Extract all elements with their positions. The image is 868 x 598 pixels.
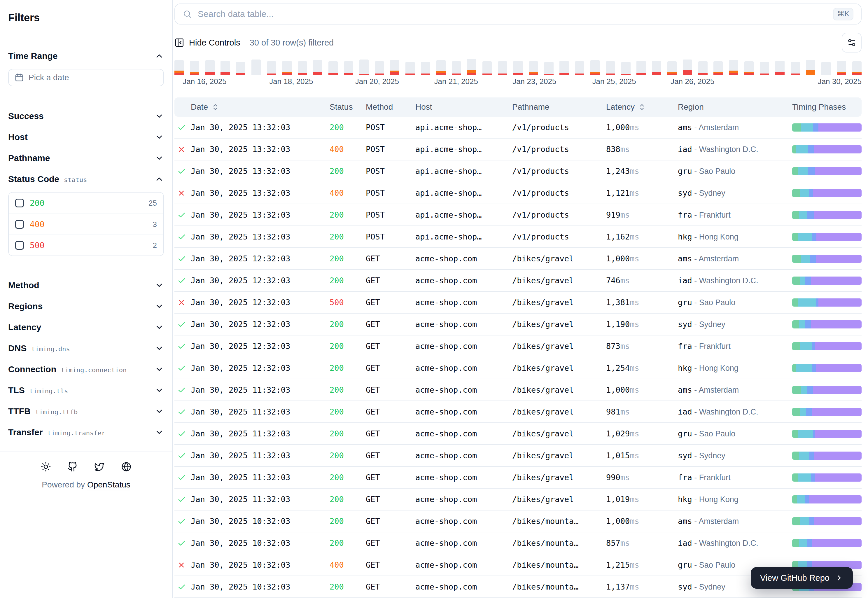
timeline-bar[interactable] (806, 60, 815, 75)
timeline-bar[interactable] (421, 62, 430, 75)
table-row[interactable]: Jan 30, 2025 11:32:03200GETacme-shop.com… (175, 467, 862, 489)
view-options-button[interactable] (842, 33, 862, 52)
table-row[interactable]: Jan 30, 2025 13:32:03200POSTapi.acme-sho… (175, 226, 862, 248)
timeline-bar[interactable] (452, 61, 461, 75)
checkbox[interactable] (15, 241, 24, 250)
timing-phases-bar[interactable] (792, 167, 862, 175)
timeline-bar[interactable] (760, 62, 769, 75)
view-github-repo-button[interactable]: View GitHub Repo (751, 567, 853, 589)
table-row[interactable]: Jan 30, 2025 13:32:03200POSTapi.acme-sho… (175, 204, 862, 226)
timeline-bar[interactable] (544, 62, 554, 75)
timeline-bar[interactable] (513, 61, 523, 75)
timing-phases-bar[interactable] (792, 255, 862, 263)
status-filter-row-200[interactable]: 20025 (9, 193, 163, 214)
timeline-bar[interactable] (251, 60, 261, 75)
status-filter-row-500[interactable]: 5002 (9, 235, 163, 256)
timeline-bar[interactable] (190, 61, 199, 75)
sidebar-section-latency[interactable]: Latency (8, 321, 164, 333)
timeline-bar[interactable] (390, 60, 399, 75)
table-row[interactable]: Jan 30, 2025 13:32:03400POSTapi.acme-sho… (175, 182, 862, 204)
timing-phases-bar[interactable] (792, 539, 862, 547)
column-header-date[interactable]: Date (191, 102, 330, 112)
timeline-bar[interactable] (236, 62, 245, 75)
timeline-bar[interactable] (559, 61, 569, 75)
sidebar-section-pathname[interactable]: Pathname (8, 152, 164, 164)
sidebar-section-status-code[interactable]: Status Code status (8, 173, 164, 185)
timeline-bar[interactable] (606, 61, 615, 75)
timing-phases-bar[interactable] (792, 386, 862, 394)
timing-phases-bar[interactable] (792, 364, 862, 372)
table-row[interactable]: Jan 30, 2025 11:32:03200GETacme-shop.com… (175, 423, 862, 445)
timeline-bar[interactable] (298, 61, 307, 75)
timing-phases-bar[interactable] (792, 451, 862, 460)
timing-phases-bar[interactable] (792, 189, 862, 197)
table-row[interactable]: Jan 30, 2025 13:32:03200POSTapi.acme-sho… (175, 160, 862, 182)
hide-controls-button[interactable]: Hide Controls (175, 37, 241, 48)
timing-phases-bar[interactable] (792, 495, 862, 504)
globe-icon[interactable] (121, 462, 131, 472)
status-filter-row-400[interactable]: 4003 (9, 214, 163, 235)
table-row[interactable]: Jan 30, 2025 10:32:03200GETacme-shop.com… (175, 510, 862, 532)
timing-phases-bar[interactable] (792, 474, 862, 481)
timing-phases-bar[interactable] (792, 145, 862, 154)
table-row[interactable]: Jan 30, 2025 12:32:03500GETacme-shop.com… (175, 292, 862, 314)
theme-toggle-sun-icon[interactable] (40, 462, 51, 472)
checkbox[interactable] (15, 199, 24, 208)
timeline-bar[interactable] (590, 60, 600, 75)
table-row[interactable]: Jan 30, 2025 11:32:03200GETacme-shop.com… (175, 379, 862, 401)
sidebar-section-regions[interactable]: Regions (8, 300, 164, 312)
column-header-method[interactable]: Method (366, 102, 415, 112)
column-header-latency[interactable]: Latency (606, 102, 678, 112)
column-header-status[interactable]: Status (330, 102, 366, 112)
column-header-region[interactable]: Region (678, 102, 792, 112)
sidebar-section-ttfb[interactable]: TTFB timing.ttfb (8, 405, 164, 417)
timeline-bar[interactable] (359, 60, 369, 75)
sidebar-section-success[interactable]: Success (8, 110, 164, 122)
sidebar-section-connection[interactable]: Connection timing.connection (8, 363, 164, 375)
sidebar-section-method[interactable]: Method (8, 280, 164, 291)
table-row[interactable]: Jan 30, 2025 12:32:03200GETacme-shop.com… (175, 314, 862, 335)
timeline-bar[interactable] (837, 61, 846, 75)
checkbox[interactable] (15, 220, 24, 229)
column-header-host[interactable]: Host (415, 102, 512, 112)
sort-icon[interactable] (638, 103, 646, 111)
timing-phases-bar[interactable] (792, 211, 862, 219)
timeline-bar[interactable] (791, 62, 800, 75)
timeline-bar[interactable] (498, 61, 507, 75)
timeline-bar[interactable] (713, 61, 723, 75)
github-icon[interactable] (67, 462, 78, 472)
table-row[interactable]: Jan 30, 2025 11:32:03200GETacme-shop.com… (175, 401, 862, 423)
timing-phases-bar[interactable] (792, 298, 862, 306)
timeline-bar[interactable] (775, 61, 784, 75)
timing-phases-bar[interactable] (792, 342, 862, 350)
timeline-bar[interactable] (621, 62, 630, 75)
timeline-bar[interactable] (344, 61, 353, 75)
table-row[interactable]: Jan 30, 2025 11:32:03200GETacme-shop.com… (175, 445, 862, 467)
timeline-bar[interactable] (698, 61, 708, 75)
timing-phases-bar[interactable] (792, 430, 862, 438)
timing-phases-bar[interactable] (792, 233, 862, 241)
timeline-bar[interactable] (329, 61, 338, 75)
timeline-bar[interactable] (175, 60, 184, 75)
timing-phases-bar[interactable] (792, 408, 862, 416)
table-row[interactable]: Jan 30, 2025 11:32:03200GETacme-shop.com… (175, 489, 862, 510)
timing-phases-bar[interactable] (792, 517, 862, 525)
sidebar-section-transfer[interactable]: Transfer timing.transfer (8, 426, 164, 438)
timeline-bar[interactable] (405, 62, 415, 75)
timeline-bar[interactable] (529, 61, 538, 75)
table-row[interactable]: Jan 30, 2025 12:32:03200GETacme-shop.com… (175, 335, 862, 357)
timeline-bar[interactable] (652, 61, 661, 75)
timeline-bar[interactable] (205, 60, 215, 75)
timeline-bar[interactable] (483, 61, 492, 75)
table-row[interactable]: Jan 30, 2025 12:32:03200GETacme-shop.com… (175, 357, 862, 379)
sort-icon[interactable] (211, 103, 219, 111)
table-row[interactable]: Jan 30, 2025 12:32:03200GETacme-shop.com… (175, 270, 862, 292)
timing-phases-bar[interactable] (792, 123, 862, 132)
timing-phases-bar[interactable] (792, 320, 862, 329)
openstatus-link[interactable]: OpenStatus (87, 480, 130, 490)
sidebar-section-time-range[interactable]: Time Range (8, 50, 164, 62)
timeline-bar[interactable] (436, 60, 446, 75)
timeline-bar[interactable] (575, 61, 584, 75)
timeline-bar[interactable] (821, 62, 831, 75)
sidebar-section-host[interactable]: Host (8, 131, 164, 143)
